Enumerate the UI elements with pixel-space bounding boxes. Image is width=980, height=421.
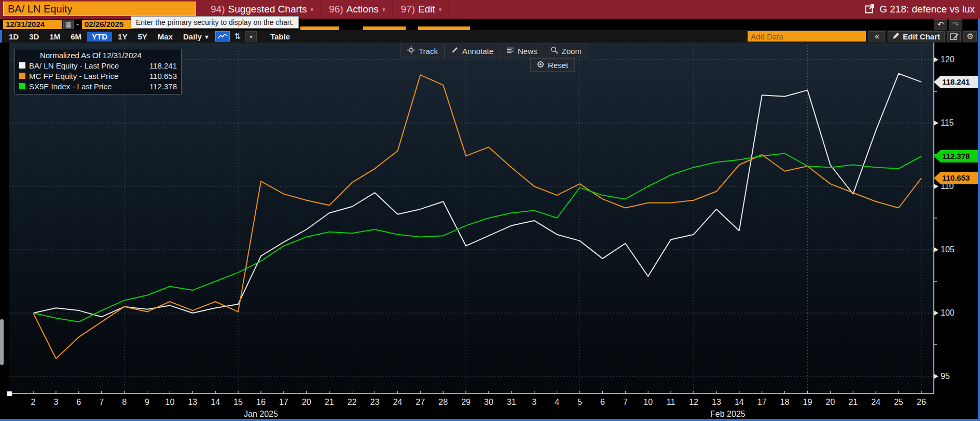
- window-edge-bottom: [0, 419, 980, 421]
- calendar-icon[interactable]: ▦: [63, 20, 74, 29]
- x-tick-label: 29: [461, 398, 471, 406]
- menu-item-label: Suggested Charts: [228, 4, 307, 15]
- x-tick-label: 20: [302, 398, 311, 406]
- edit-chart-label: Edit Chart: [903, 32, 940, 41]
- collapse-panel-button[interactable]: «: [868, 31, 885, 42]
- hidden-field-sliver: [418, 26, 470, 30]
- chevron-down-icon: ▾: [382, 6, 385, 13]
- x-tick-label: 14: [735, 398, 744, 406]
- frequency-dropdown[interactable]: Daily ▼: [178, 32, 214, 42]
- overlay-button-label: News: [518, 47, 537, 56]
- legend-label: SX5E Index - Last Price: [29, 82, 148, 91]
- x-tick-label: 31: [507, 398, 516, 406]
- range-button-1m[interactable]: 1M: [45, 32, 65, 42]
- x-tick-label: 22: [348, 398, 357, 406]
- y-tick-arrow: [934, 374, 938, 379]
- table-button[interactable]: Table: [265, 32, 295, 42]
- x-tick-label: 6: [76, 398, 81, 406]
- menu-item-label: Edit: [418, 4, 435, 15]
- axis-compare-icon[interactable]: ⇅: [231, 31, 244, 42]
- x-month-label: Jan 2025: [244, 410, 278, 418]
- add-data-input[interactable]: [748, 31, 866, 42]
- legend-entry: MC FP Equity - Last Price110.653: [19, 71, 177, 81]
- chart-title-label: G 218: defence vs lux: [879, 4, 975, 15]
- line-chart-type-icon[interactable]: [215, 31, 230, 42]
- toolbar-right-group: « Edit Chart ⚙: [748, 31, 977, 42]
- x-tick-label: 8: [122, 398, 127, 406]
- range-button-3d[interactable]: 3D: [24, 32, 44, 42]
- y-tick-arrow: [934, 310, 938, 316]
- chevron-down-icon: ▾: [311, 6, 314, 13]
- last-price-tag-value: 112.378: [942, 152, 970, 160]
- y-tick-label: 120: [941, 55, 955, 64]
- range-button-5y[interactable]: 5Y: [133, 32, 151, 42]
- hidden-field-sliver: [363, 26, 406, 30]
- track-button[interactable]: Track: [401, 44, 445, 58]
- x-month-label: Feb 2025: [710, 410, 746, 418]
- edit-chart-button[interactable]: Edit Chart: [888, 31, 945, 42]
- y-tick-arrow: [934, 57, 938, 62]
- x-tick-label: 26: [917, 398, 926, 406]
- y-tick-arrow: [934, 247, 938, 252]
- legend-label: BA/ LN Equity - Last Price: [29, 61, 148, 70]
- chart-area[interactable]: 9510010511011512023678910131415161720212…: [0, 43, 980, 421]
- x-tick-label: 24: [871, 398, 880, 406]
- gear-icon[interactable]: ⚙: [963, 31, 977, 42]
- x-tick-label: 11: [667, 398, 675, 406]
- end-date-field[interactable]: 02/26/2025: [82, 20, 137, 29]
- chart-function-label-group: G 218: defence vs lux: [865, 0, 975, 19]
- x-tick-label: 7: [623, 398, 628, 406]
- x-tick-label: 13: [712, 398, 721, 406]
- axis-drag-handle[interactable]: [7, 391, 12, 396]
- legend-swatch: [19, 83, 25, 89]
- y-tick-arrow: [934, 184, 938, 189]
- zoom-button[interactable]: Zoom: [544, 44, 588, 58]
- start-date-field[interactable]: 12/31/2024: [3, 20, 62, 29]
- undo-icon[interactable]: ↶: [934, 19, 947, 30]
- redo-icon[interactable]: ↷: [949, 19, 962, 30]
- export-icon[interactable]: [865, 4, 875, 16]
- chart-toolbar: 1D3D1M6MYTD1Y5YMaxDaily ▼⇅▾Table « Edit …: [0, 30, 980, 43]
- legend-label: MC FP Equity - Last Price: [29, 72, 148, 80]
- date-range-separator: -: [76, 20, 79, 29]
- chart-legend[interactable]: Normalized As Of 12/31/2024 BA/ LN Equit…: [15, 49, 182, 94]
- range-buttons: 1D3D1M6MYTD1Y5YMaxDaily ▼⇅▾Table: [4, 31, 295, 42]
- chart-type-dropdown-icon[interactable]: ▾: [245, 31, 257, 42]
- x-tick-label: 19: [803, 398, 812, 406]
- legend-swatch: [19, 73, 25, 79]
- security-tooltip: Enter the primary security to display on…: [131, 16, 299, 29]
- legend-value: 118.241: [148, 61, 177, 70]
- menu-item-number: 96): [329, 4, 343, 15]
- chevron-down-icon: ▾: [439, 6, 442, 13]
- menu-item-actions[interactable]: 96)Actions▾: [322, 0, 393, 19]
- x-tick-label: 21: [848, 398, 858, 406]
- bloomberg-chart-window: 94)Suggested Charts▾96)Actions▾97)Edit▾ …: [0, 0, 980, 421]
- window-edge-left: [0, 30, 2, 43]
- overlay-button-label: Track: [419, 47, 438, 56]
- overlay-button-label: Annotate: [462, 47, 493, 56]
- last-price-tag-value: 118.241: [942, 77, 970, 86]
- range-button-6m[interactable]: 6M: [66, 32, 86, 42]
- x-tick-label: 24: [393, 398, 402, 406]
- last-price-tag-value: 110.653: [942, 173, 970, 182]
- reset-button[interactable]: Reset: [530, 58, 575, 72]
- menu-item-edit[interactable]: 97)Edit▾: [393, 0, 450, 19]
- x-tick-label: 27: [416, 398, 425, 406]
- menu-item-number: 94): [211, 4, 225, 15]
- security-input[interactable]: [3, 2, 196, 16]
- y-tick-label: 115: [941, 118, 954, 127]
- chart-annotations-icon[interactable]: [947, 31, 961, 42]
- range-button-ytd[interactable]: YTD: [87, 32, 112, 42]
- annotate-button[interactable]: Annotate: [445, 44, 500, 58]
- x-tick-label: 17: [279, 398, 288, 406]
- chevron-down-icon: ▼: [204, 34, 210, 40]
- news-button[interactable]: News: [500, 44, 544, 58]
- track-crosshair-icon: [407, 46, 415, 56]
- range-button-max[interactable]: Max: [153, 32, 177, 42]
- scrollbar-handle[interactable]: [0, 319, 4, 365]
- news-lines-icon: [506, 47, 514, 56]
- reset-label: Reset: [548, 61, 568, 70]
- range-button-1d[interactable]: 1D: [4, 32, 23, 42]
- range-button-1y[interactable]: 1Y: [113, 32, 132, 42]
- x-tick-label: 10: [165, 398, 174, 406]
